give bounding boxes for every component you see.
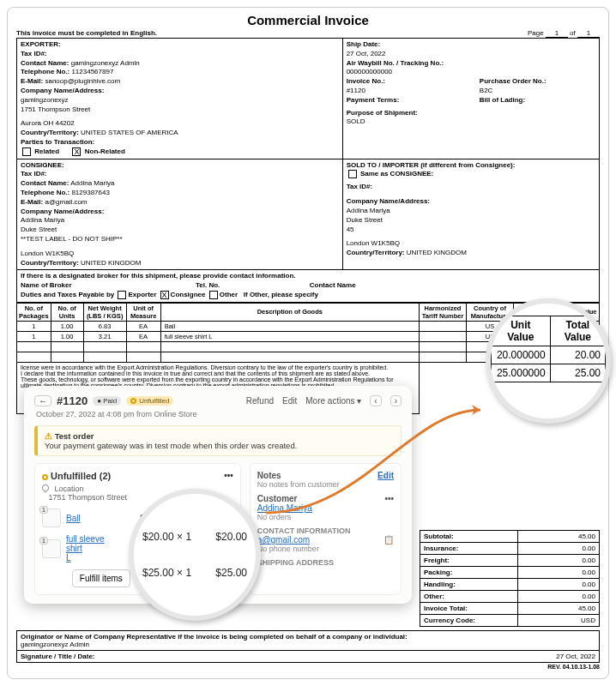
card-menu-icon[interactable]: ••• [224, 471, 233, 481]
customer-title: Customer [257, 494, 298, 503]
paid-badge: ● Paid [93, 396, 121, 406]
back-button[interactable]: ← [34, 395, 51, 406]
order-id: #1120 [57, 394, 88, 407]
summary-row: Packing:0.00 [420, 567, 600, 579]
test-order-banner: ⚠ Test order Your payment gateway was in… [34, 425, 402, 456]
next-order-button[interactable]: › [390, 395, 402, 406]
product-name-link[interactable]: Ball [66, 514, 116, 523]
sidebar-cards: Notes Edit No notes from customer Custom… [250, 463, 402, 595]
summary-row: Other:0.00 [420, 591, 600, 603]
contact-email-link[interactable]: a@gmail.com [257, 535, 310, 545]
customer-name-link[interactable]: Addina Mariya [257, 503, 312, 513]
footer: Originator or Name of Company Representa… [16, 630, 600, 670]
unfulfilled-badge: Unfulfilled [126, 396, 173, 406]
page-title: Commercial Invoice [16, 13, 600, 27]
other-duties-checkbox[interactable] [209, 291, 218, 299]
product-thumbnail[interactable] [42, 539, 61, 558]
exporter-block: EXPORTER: Tax ID#: Contact Name: gamingz… [17, 39, 343, 159]
same-as-consignee-checkbox[interactable] [348, 170, 357, 178]
summary-row: Insurance:0.00 [420, 543, 600, 555]
summary-row: Invoice Total:45.00 [420, 603, 600, 615]
consignee-block: CONSIGNEE: Tax ID#: Contact Name: Addina… [17, 159, 343, 270]
warning-icon: ⚠ [45, 431, 52, 441]
prev-order-button[interactable]: ‹ [370, 395, 381, 406]
summary-row: Subtotal:45.00 [420, 530, 600, 543]
broker-block: If there is a designated broker for this… [16, 270, 600, 303]
refund-link[interactable]: Refund [246, 396, 274, 406]
magnifier-lineitems: $20.00 × 1$20.00 $25.00 × 1$25.00 [129, 489, 261, 621]
non-related-checkbox[interactable]: X [72, 147, 81, 156]
related-checkbox[interactable] [22, 147, 31, 156]
edit-link[interactable]: Edit [282, 396, 297, 406]
magnifier-values: Unit ValueTotal Value 20.00000020.00 25.… [486, 298, 611, 424]
consignee-duties-checkbox[interactable]: X [160, 291, 169, 299]
more-actions-menu[interactable]: More actions ▾ [305, 396, 361, 406]
summary-row: Currency Code:USD [420, 615, 600, 627]
copy-icon[interactable]: 📋 [383, 535, 394, 545]
product-name-link[interactable]: full sleeve shirtL [66, 534, 116, 563]
summary-table: Subtotal:45.00Insurance:0.00Freight:0.00… [420, 530, 600, 627]
shipinfo-block: Ship Date: 27 Oct, 2022 Air Waybill No. … [343, 39, 599, 159]
location-pin-icon [40, 483, 50, 492]
page-numbers: Page 1 of 1 [528, 29, 600, 38]
product-thumbnail[interactable] [42, 508, 61, 527]
header-notice: This invoice must be completed in Englis… [16, 29, 157, 38]
summary-row: Handling:0.00 [420, 579, 600, 591]
soldto-block: SOLD TO / IMPORTER (if different from Co… [343, 159, 599, 270]
customer-menu-icon[interactable]: ••• [384, 494, 394, 503]
notes-title: Notes [257, 471, 281, 480]
order-timestamp: October 27, 2022 at 4:08 pm from Online … [36, 410, 402, 418]
fulfill-items-button[interactable]: Fulfill items [72, 569, 130, 587]
summary-row: Freight:0.00 [420, 555, 600, 567]
exporter-duties-checkbox[interactable] [118, 291, 126, 299]
notes-edit-link[interactable]: Edit [377, 471, 394, 480]
